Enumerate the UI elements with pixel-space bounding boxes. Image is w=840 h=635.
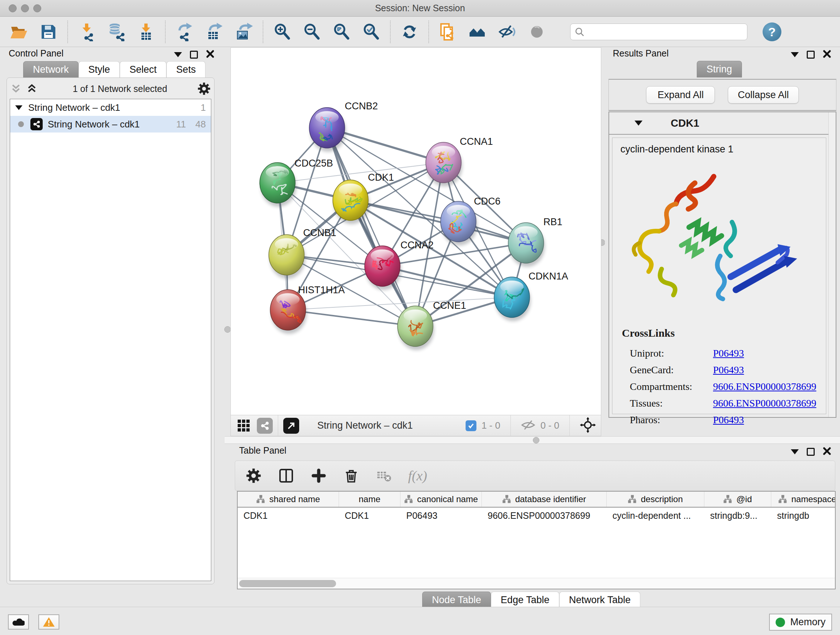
refresh-icon[interactable] (399, 22, 420, 42)
network-from-document-icon[interactable] (438, 22, 458, 42)
table-panel-close-icon[interactable] (823, 447, 831, 457)
tab-select[interactable]: Select (120, 61, 166, 78)
table-cell[interactable]: P06493 (401, 508, 482, 524)
table-settings-gear-icon[interactable] (245, 467, 262, 484)
node-HIST1H1A[interactable] (270, 290, 307, 334)
collapse-all-button[interactable]: Collapse All (728, 86, 798, 103)
results-panel-close-icon[interactable] (823, 50, 831, 60)
column-header-description[interactable]: description (607, 492, 704, 507)
node-RB1[interactable] (508, 223, 545, 267)
table-horizontal-scrollbar[interactable] (238, 578, 835, 589)
protein-collapse-icon[interactable] (635, 120, 643, 126)
node-CCNA2[interactable] (365, 246, 401, 290)
pan-crosshair-icon[interactable] (580, 417, 596, 434)
tab-style[interactable]: Style (79, 61, 120, 78)
warning-status-button[interactable] (38, 614, 59, 630)
string-network-badge-icon[interactable] (257, 418, 273, 434)
save-session-icon[interactable] (38, 22, 58, 42)
left-splitter[interactable] (225, 48, 231, 605)
maximize-window-button[interactable] (33, 4, 41, 12)
import-table-file-icon[interactable] (136, 22, 156, 42)
zoom-selected-icon[interactable] (361, 22, 381, 42)
show-hide-icon[interactable] (497, 22, 517, 42)
control-panel-maximize-icon[interactable] (190, 51, 198, 59)
column-header-database-identifier[interactable]: database identifier (482, 492, 607, 507)
tab-string[interactable]: String (697, 61, 742, 78)
column-header-name[interactable]: name (339, 492, 401, 507)
bottom-splitter[interactable] (225, 436, 840, 444)
cloud-status-button[interactable] (8, 614, 29, 630)
delete-column-icon[interactable] (343, 467, 360, 484)
help-button[interactable]: ? (763, 22, 782, 41)
export-table-icon[interactable] (204, 22, 224, 42)
selected-nodes-checkbox[interactable] (466, 420, 477, 431)
tab-node-table[interactable]: Node Table (422, 592, 491, 608)
table-cell[interactable]: cyclin-dependent ... (607, 508, 704, 524)
table-cell[interactable]: 9606.ENSP00000378699 (482, 508, 607, 524)
crosslink-link[interactable]: P06493 (713, 364, 744, 376)
node-CDK1[interactable] (333, 180, 369, 224)
crosslink-link[interactable]: 9606.ENSP00000378699 (713, 381, 816, 393)
network-canvas[interactable]: CCNB2CCNA1CDC25BCDK1CDC6RB1CCNB1CCNA2CDK… (231, 48, 601, 415)
tab-network[interactable]: Network (23, 61, 79, 78)
scrollbar-thumb[interactable] (239, 580, 336, 587)
show-columns-icon[interactable] (278, 467, 294, 484)
zoom-out-icon[interactable] (302, 22, 322, 42)
zoom-in-icon[interactable] (272, 22, 292, 42)
node-CCNB1[interactable] (269, 234, 305, 279)
edge-HIST1H1A-CCNE1[interactable] (288, 310, 415, 326)
column-header--id[interactable]: @id (704, 492, 771, 507)
bottom-splitter-handle[interactable] (533, 437, 539, 443)
open-in-new-window-icon[interactable] (283, 418, 299, 434)
birds-eye-grid-icon[interactable] (236, 418, 252, 434)
node-CCNB2[interactable] (309, 108, 346, 152)
export-network-icon[interactable] (174, 22, 195, 42)
tab-sets[interactable]: Sets (166, 61, 205, 78)
column-header-namespace[interactable]: namespace (771, 492, 836, 507)
crosslink-link[interactable]: 9606.ENSP00000378699 (713, 397, 816, 409)
import-network-database-icon[interactable] (106, 22, 126, 42)
table-cell[interactable]: stringdb (771, 508, 836, 524)
network-row[interactable]: String Network – cdk1 11 48 (10, 116, 211, 133)
tab-edge-table[interactable]: Edge Table (491, 592, 559, 608)
close-window-button[interactable] (9, 4, 17, 12)
add-column-icon[interactable] (310, 467, 327, 484)
crosslink-link[interactable]: P06493 (713, 348, 744, 359)
collapse-all-networks-icon[interactable] (11, 83, 21, 94)
home-pages-icon[interactable] (467, 22, 488, 42)
protein-section-header[interactable]: CDK1 (609, 112, 836, 135)
expand-all-networks-icon[interactable] (27, 83, 37, 94)
results-panel-float-icon[interactable] (791, 52, 799, 57)
node-CCNE1[interactable] (398, 306, 434, 350)
import-network-file-icon[interactable] (77, 22, 97, 42)
preview-eye-icon[interactable] (527, 22, 547, 42)
open-file-icon[interactable] (9, 22, 29, 42)
node-CDKN1A[interactable] (494, 277, 531, 321)
table-panel-maximize-icon[interactable] (807, 448, 815, 456)
minimize-window-button[interactable] (21, 4, 29, 12)
export-image-icon[interactable] (234, 22, 254, 42)
table-row[interactable]: CDK1CDK1P064939606.ENSP00000378699cyclin… (238, 508, 835, 524)
node-CDC25B[interactable] (260, 163, 296, 207)
left-splitter-handle[interactable] (224, 326, 231, 333)
control-panel-float-icon[interactable] (174, 52, 182, 57)
network-collection-row[interactable]: String Network – cdk1 1 (10, 99, 211, 116)
memory-button[interactable]: Memory (769, 614, 832, 631)
column-header-canonical-name[interactable]: canonical name (401, 492, 482, 507)
table-cell[interactable]: stringdb:9... (704, 508, 771, 524)
hidden-eye-icon[interactable] (521, 420, 535, 432)
table-cell[interactable]: CDK1 (339, 508, 401, 524)
expand-all-button[interactable]: Expand All (646, 86, 715, 103)
tree-expand-icon[interactable] (15, 105, 22, 110)
results-scrollbar[interactable] (829, 112, 836, 417)
search-input[interactable] (588, 27, 743, 37)
column-header-shared-name[interactable]: shared name (238, 492, 339, 507)
network-options-gear-icon[interactable] (197, 82, 210, 95)
crosslink-link[interactable]: P06493 (713, 414, 744, 426)
node-CDC6[interactable] (441, 201, 477, 245)
table-cell[interactable]: CDK1 (238, 508, 339, 524)
node-CCNA1[interactable] (426, 142, 462, 187)
table-panel-float-icon[interactable] (791, 449, 799, 454)
results-panel-maximize-icon[interactable] (807, 51, 815, 59)
tab-network-table[interactable]: Network Table (559, 592, 641, 608)
